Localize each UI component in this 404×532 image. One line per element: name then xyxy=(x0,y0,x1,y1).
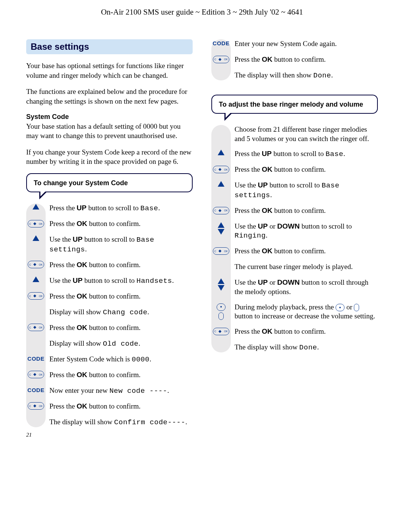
step-text: Use the xyxy=(235,278,258,286)
step-row: Choose from 21 different base ringer mel… xyxy=(235,125,378,143)
step-text: Press the xyxy=(235,327,262,335)
step-text: button to confirm. xyxy=(272,165,325,173)
step-row: The display will show Done. xyxy=(235,343,378,352)
step-bold: UP xyxy=(73,276,82,284)
step-text: The current base ringer melody is played… xyxy=(235,262,353,272)
step-bold: OK xyxy=(77,261,88,269)
step-row: COK Press the OK button to confirm. xyxy=(49,323,193,333)
step-text: The display will show xyxy=(49,418,114,426)
step-row: COK Press the OK button to confirm. xyxy=(235,247,378,256)
step-row: Use the UP button to scroll to Handsets. xyxy=(49,276,193,286)
step-text: button to confirm. xyxy=(87,402,140,410)
step-mono: Ringing xyxy=(235,232,266,240)
up-arrow-icon xyxy=(211,149,231,157)
intro-paragraph-2: The functions are explained below and th… xyxy=(26,87,193,106)
step-row: CODE Enter System Code which is 0000. xyxy=(49,355,193,364)
step-text: . xyxy=(331,71,333,79)
step-text: Press the xyxy=(49,204,77,212)
volume-buttons-icon xyxy=(211,303,231,320)
callout-ringer-melody: To adjust the base ringer melody and vol… xyxy=(211,95,378,114)
step-text: button to confirm. xyxy=(87,261,140,269)
step-text: button to scroll to xyxy=(272,150,325,158)
step-row: COK Press the OK button to confirm. xyxy=(49,402,193,412)
step-row: COK Press the OK button to confirm. xyxy=(235,206,378,216)
step-bold: UP xyxy=(262,150,272,158)
step-text: or xyxy=(268,278,277,286)
step-text: . xyxy=(147,308,149,316)
step-row: The display will show Confirm code----. xyxy=(49,418,193,427)
step-bold: OK xyxy=(77,371,88,379)
ok-button-icon: COK xyxy=(211,247,231,255)
step-text: Now enter your new xyxy=(49,386,109,394)
up-arrow-icon xyxy=(211,181,231,189)
up-arrow-icon xyxy=(26,235,46,243)
step-text: . xyxy=(138,339,140,347)
step-row: Press the UP button to scroll to Base. xyxy=(235,149,378,159)
step-text: . xyxy=(172,276,174,284)
step-mono: Base xyxy=(325,150,343,158)
step-text: button to confirm. xyxy=(272,207,325,214)
step-text: . xyxy=(85,245,87,253)
step-text: Enter your new System Code again. xyxy=(235,39,337,49)
step-text: button to scroll to xyxy=(300,222,352,230)
step-row: The current base ringer melody is played… xyxy=(235,262,378,272)
system-code-p1: Your base station has a default setting … xyxy=(26,122,193,141)
page-header: On-Air 2100 SMS user guide ~ Edition 3 ~… xyxy=(26,7,378,17)
step-text: . xyxy=(167,386,169,394)
up-arrow-icon xyxy=(26,204,46,211)
step-text: button to increase or decrease the volum… xyxy=(235,312,375,320)
step-row: COK Press the OK button to confirm. xyxy=(49,219,193,229)
step-bold: DOWN xyxy=(277,222,300,230)
step-text: button to scroll to xyxy=(83,235,137,243)
step-text: or xyxy=(268,222,277,230)
step-bold: OK xyxy=(262,55,273,63)
step-mono: Confirm code---- xyxy=(114,418,185,426)
step-text: button to scroll to xyxy=(268,181,322,189)
step-text: Display will show xyxy=(49,308,103,316)
step-row: COK Press the OK button to confirm. xyxy=(49,260,193,270)
up-down-arrow-icon xyxy=(211,278,231,291)
step-bold: UP xyxy=(77,204,86,212)
step-text: . xyxy=(158,204,160,212)
step-text: button to confirm. xyxy=(87,324,140,331)
step-row: COK Press the OK button to confirm. xyxy=(235,327,378,337)
ok-button-icon: COK xyxy=(211,327,231,335)
step-text: . xyxy=(270,191,272,199)
step-mono: Old code xyxy=(103,340,138,348)
step-text: Press the xyxy=(49,402,77,410)
callout-change-system-code: To change your System Code xyxy=(26,173,193,192)
step-text: Use the xyxy=(49,235,73,243)
step-row: Use the UP button to scroll to Base sett… xyxy=(49,235,193,254)
code-label-icon: CODE xyxy=(211,39,231,47)
step-mono: Handsets xyxy=(137,277,172,285)
triple-dot-button-icon xyxy=(354,304,359,311)
ok-button-icon: COK xyxy=(211,55,231,63)
step-mono: Done xyxy=(299,343,317,352)
ok-button-icon: COK xyxy=(211,165,231,173)
intro-paragraph-1: Your base has optional settings for func… xyxy=(26,61,193,80)
ok-button-icon: COK xyxy=(26,402,46,410)
step-mono: 0000 xyxy=(132,355,150,364)
step-bold: UP xyxy=(73,235,82,243)
step-text: Press the xyxy=(49,292,77,300)
step-bold: OK xyxy=(262,247,273,255)
step-text: Use the xyxy=(235,222,258,230)
step-text: The display will show xyxy=(235,343,299,351)
code-label-icon: CODE xyxy=(26,355,46,363)
step-text: . xyxy=(317,343,319,351)
callout-tail-icon xyxy=(39,192,47,199)
step-text: . xyxy=(186,418,187,426)
step-bold: OK xyxy=(262,327,273,335)
step-text: . xyxy=(343,150,345,158)
step-row: Use the UP or DOWN button to scroll to R… xyxy=(235,222,378,241)
step-text: Press the xyxy=(49,261,77,269)
up-arrow-icon xyxy=(26,276,46,284)
step-text: Use the xyxy=(235,181,258,189)
ok-button-icon: COK xyxy=(26,323,46,331)
step-row: During melody playback, press the or but… xyxy=(235,303,378,321)
step-text: Press the xyxy=(235,207,262,214)
step-text: Choose from 21 different base ringer mel… xyxy=(235,125,378,143)
step-text: button to confirm. xyxy=(272,327,325,335)
step-text: The display will then show xyxy=(235,71,313,79)
step-row: COK Press the OK button to confirm. xyxy=(49,370,193,380)
